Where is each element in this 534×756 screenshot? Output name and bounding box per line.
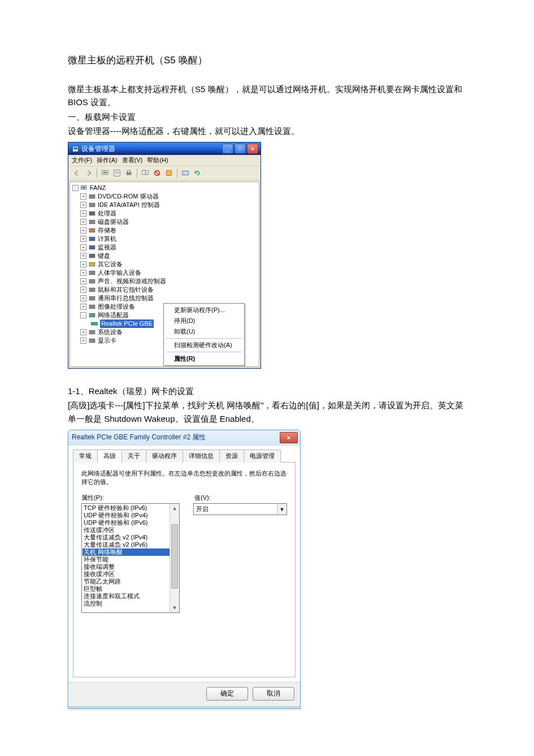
property-listbox[interactable]: TCP 硬件校验和 (IPv6)UDP 硬件校验和 (IPv4)UDP 硬件校验… [81, 503, 180, 613]
tree-expand-icon[interactable]: + [80, 295, 86, 301]
tab-details[interactable]: 详细信息 [183, 450, 220, 463]
tree-category-label[interactable]: DVD/CD-ROM 驱动器 [98, 192, 159, 201]
tab-resources[interactable]: 资源 [219, 450, 244, 463]
tree-category-label[interactable]: 存储卷 [98, 226, 116, 235]
tree-expand-icon[interactable]: + [80, 261, 86, 267]
device-category-icon [88, 286, 96, 293]
tree-nic-selected[interactable]: Realtek PCIe GBE [100, 319, 154, 328]
maximize-button[interactable]: □ [235, 144, 246, 154]
tree-category-label[interactable]: 磁盘驱动器 [98, 218, 129, 226]
menu-view[interactable]: 查看(V) [122, 156, 143, 165]
value-combobox[interactable]: 开启 ▼ [193, 503, 287, 515]
tab-power[interactable]: 电源管理 [244, 450, 281, 463]
property-list-item[interactable]: 环保节能 [83, 556, 179, 563]
tree-expand-icon[interactable]: + [80, 338, 86, 344]
toolbar-update-icon[interactable] [140, 168, 150, 178]
close-button[interactable]: × [247, 144, 258, 154]
combobox-dropdown-icon[interactable]: ▼ [277, 504, 286, 515]
tree-expand-icon[interactable]: + [80, 304, 86, 310]
scroll-thumb[interactable] [171, 524, 178, 589]
tree-category-label[interactable]: 声音、视频和游戏控制器 [98, 277, 166, 286]
toolbar-uninstall-icon[interactable] [164, 168, 174, 178]
listbox-scrollbar[interactable]: ▲ ▼ [170, 504, 179, 612]
tree-collapse-icon[interactable]: - [72, 185, 79, 191]
ctx-uninstall[interactable]: 卸载(U) [165, 326, 243, 337]
tree-expand-icon[interactable]: - [80, 312, 86, 318]
tree-expand-icon[interactable]: + [80, 278, 86, 284]
tree-category-label[interactable]: 人体学输入设备 [98, 269, 141, 277]
tab-advanced[interactable]: 高级 [97, 450, 122, 463]
minimize-button[interactable]: _ [222, 144, 233, 154]
device-tree[interactable]: - FANZ +DVD/CD-ROM 驱动器+IDE ATA/ATAPI 控制器… [70, 182, 259, 367]
device-category-icon [88, 210, 96, 217]
property-list-item[interactable]: 大量传送减负 v2 (IPv6) [83, 541, 179, 548]
property-list-item[interactable]: 连接速度和双工模式 [83, 593, 179, 600]
tree-expand-icon[interactable]: + [80, 287, 86, 293]
tree-expand-icon[interactable]: + [80, 202, 86, 208]
tree-category-label[interactable]: 计算机 [98, 235, 116, 243]
svg-rect-32 [89, 330, 95, 334]
tree-expand-icon[interactable]: + [80, 193, 86, 200]
property-list-item[interactable]: TCP 硬件校验和 (IPv6) [83, 504, 179, 512]
property-list-item[interactable]: UDP 硬件校验和 (IPv6) [83, 519, 179, 526]
tab-about[interactable]: 关于 [121, 450, 146, 463]
ctx-scan[interactable]: 扫描检测硬件改动(A) [165, 340, 243, 351]
tab-driver[interactable]: 驱动程序 [146, 450, 183, 463]
property-list-item[interactable]: 流控制 [83, 600, 179, 607]
toolbar-computer-icon[interactable] [100, 168, 110, 178]
tree-category-label[interactable]: 系统设备 [98, 328, 123, 336]
toolbar-properties-icon[interactable] [112, 168, 122, 178]
tree-category-label[interactable]: 监视器 [98, 243, 116, 252]
tree-expand-icon[interactable]: + [80, 244, 86, 250]
ctx-disable[interactable]: 停用(D) [165, 316, 243, 326]
tree-category-label[interactable]: 鼠标和其它指针设备 [98, 286, 154, 294]
ctx-properties[interactable]: 属性(R) [165, 353, 243, 364]
tree-category-label[interactable]: 网络适配器 [98, 311, 129, 319]
toolbar-refresh-icon[interactable] [192, 168, 202, 178]
toolbar-back-icon[interactable] [72, 168, 82, 178]
tree-expand-icon[interactable]: + [80, 219, 86, 225]
tree-category-label[interactable]: 图像处理设备 [98, 303, 135, 311]
ok-button[interactable]: 确定 [206, 687, 248, 701]
props-close-button[interactable]: × [280, 432, 298, 443]
menu-action[interactable]: 操作(A) [97, 156, 118, 165]
menu-file[interactable]: 文件(F) [72, 156, 92, 165]
property-list-item[interactable]: 接收缓冲区 [83, 571, 179, 578]
scroll-up-icon[interactable]: ▲ [170, 504, 179, 513]
tree-category-label[interactable]: 处理器 [98, 209, 116, 218]
tree-category-label[interactable]: 通用串行总线控制器 [98, 294, 154, 303]
scroll-down-icon[interactable]: ▼ [170, 603, 179, 612]
toolbar-forward-icon[interactable] [84, 168, 94, 178]
toolbar-scan-icon[interactable] [180, 168, 190, 178]
tree-expand-icon[interactable]: + [80, 270, 86, 276]
nic-properties-dialog: Realtek PCIe GBE Family Controller #2 属性… [68, 430, 301, 709]
tree-expand-icon[interactable]: + [80, 210, 86, 217]
tree-expand-icon[interactable]: + [80, 236, 86, 242]
property-list-item[interactable]: UDP 硬件校验和 (IPv4) [83, 512, 179, 519]
property-list-item[interactable]: 接收端调整 [83, 563, 179, 571]
property-list-item[interactable]: 大量传送减负 v2 (IPv4) [83, 534, 179, 541]
property-list-item[interactable]: 关机 网络唤醒 [83, 548, 179, 556]
device-category-icon [88, 235, 96, 243]
property-list-item[interactable]: 传送缓冲区 [83, 526, 179, 534]
menu-help[interactable]: 帮助(H) [147, 156, 168, 165]
paragraph-intro: 微星主板基本上都支持远程开机（S5 唤醒），就是可以通过网络开机。实现网络开机要… [68, 83, 466, 109]
tree-category-label[interactable]: 其它设备 [98, 260, 123, 269]
tab-general[interactable]: 常规 [73, 450, 98, 463]
tree-category-label[interactable]: 显示卡 [98, 336, 116, 345]
property-list-item[interactable]: 节能乙太网路 [83, 578, 179, 585]
toolbar-print-icon[interactable] [124, 168, 134, 178]
tree-expand-icon[interactable]: + [80, 227, 86, 234]
toolbar-separator [177, 169, 177, 178]
tree-category-label[interactable]: IDE ATA/ATAPI 控制器 [98, 201, 160, 209]
tree-category-label[interactable]: 键盘 [98, 252, 110, 260]
tree-expand-icon[interactable]: + [80, 329, 86, 335]
toolbar-disable-icon[interactable] [152, 168, 162, 178]
svg-rect-1 [73, 147, 77, 149]
device-category-icon [88, 295, 96, 302]
tree-expand-icon[interactable]: + [80, 253, 86, 259]
ctx-update-driver[interactable]: 更新驱动程序(P)... [165, 305, 243, 316]
device-category-icon [88, 269, 96, 277]
cancel-button[interactable]: 取消 [253, 687, 294, 701]
property-list-item[interactable]: 巨型帧 [83, 585, 179, 593]
